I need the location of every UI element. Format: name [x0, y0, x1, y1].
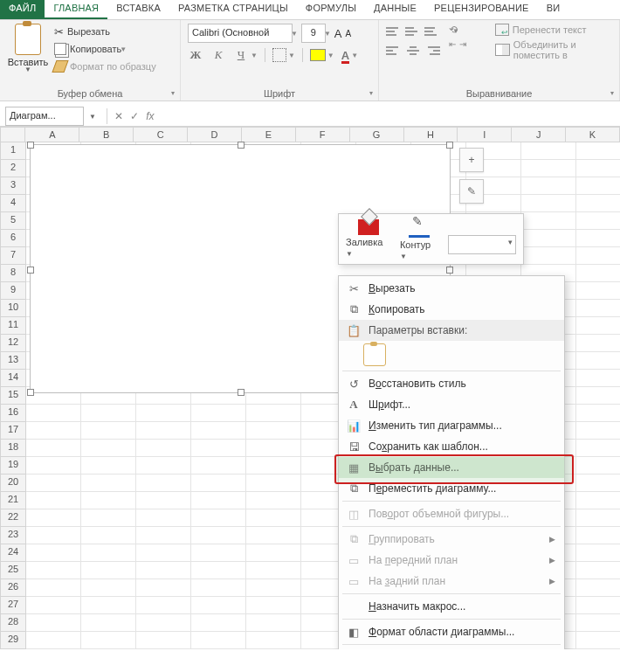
- underline-dropdown-icon[interactable]: ▼: [251, 52, 258, 59]
- cell[interactable]: [81, 614, 136, 632]
- cell[interactable]: [191, 562, 246, 579]
- underline-button[interactable]: Ч: [233, 48, 249, 62]
- chart-styles-button[interactable]: ✎: [459, 179, 484, 204]
- cell[interactable]: [576, 632, 620, 649]
- paste-option-default[interactable]: [363, 343, 386, 366]
- column-header[interactable]: D: [188, 127, 242, 142]
- cell[interactable]: [576, 282, 620, 300]
- cell[interactable]: [576, 317, 620, 335]
- row-header[interactable]: 8: [0, 265, 26, 282]
- cell[interactable]: [191, 422, 246, 440]
- row-header[interactable]: 1: [0, 142, 26, 160]
- cell[interactable]: [521, 212, 576, 230]
- cell[interactable]: [576, 614, 620, 632]
- ctx-reset-style[interactable]: ↺ Восстановить стиль: [339, 373, 564, 394]
- ctx-select-data[interactable]: ▦ Выбрать данные...: [339, 457, 564, 478]
- cell[interactable]: [246, 632, 301, 649]
- cell[interactable]: [246, 440, 301, 457]
- borders-button[interactable]: [272, 48, 286, 62]
- cell[interactable]: [81, 405, 136, 422]
- cell[interactable]: [576, 597, 620, 614]
- cell[interactable]: [26, 509, 81, 527]
- ctx-copy[interactable]: ⧉ Копировать: [339, 299, 564, 320]
- cell[interactable]: [81, 597, 136, 614]
- cell[interactable]: [576, 335, 620, 352]
- column-header[interactable]: I: [458, 127, 512, 142]
- align-top-button[interactable]: [386, 24, 402, 39]
- chart-elements-button[interactable]: +: [459, 148, 484, 172]
- cell[interactable]: [26, 527, 81, 544]
- cell[interactable]: [576, 230, 620, 247]
- cell[interactable]: [576, 457, 620, 475]
- name-box-dropdown-icon[interactable]: ▼: [89, 113, 96, 121]
- cell[interactable]: [521, 160, 576, 177]
- paste-button[interactable]: Вставить ▼: [7, 24, 49, 73]
- cell[interactable]: [191, 579, 246, 597]
- tab-view[interactable]: ВИ: [538, 0, 569, 19]
- cell[interactable]: [521, 247, 576, 265]
- cell[interactable]: [136, 440, 191, 457]
- cell[interactable]: [246, 509, 301, 527]
- row-header[interactable]: 11: [0, 317, 26, 335]
- cell[interactable]: [191, 544, 246, 562]
- cell[interactable]: [576, 370, 620, 387]
- cell[interactable]: [26, 457, 81, 475]
- cell[interactable]: [576, 352, 620, 370]
- cell[interactable]: [136, 475, 191, 492]
- font-name-combo[interactable]: Calibri (Основной: [188, 24, 293, 43]
- cell[interactable]: [81, 509, 136, 527]
- align-right-button[interactable]: [424, 43, 440, 59]
- insert-function-button[interactable]: fx: [142, 110, 158, 122]
- cell[interactable]: [576, 544, 620, 562]
- column-header[interactable]: B: [79, 127, 134, 142]
- cell[interactable]: [576, 177, 620, 195]
- cell[interactable]: [576, 247, 620, 265]
- grow-font-button[interactable]: A: [334, 27, 342, 40]
- cell[interactable]: [136, 632, 191, 649]
- row-header[interactable]: 24: [0, 544, 26, 562]
- row-header[interactable]: 19: [0, 457, 26, 475]
- tab-data[interactable]: ДАННЫЕ: [365, 0, 425, 19]
- row-header[interactable]: 28: [0, 614, 26, 632]
- cell[interactable]: [26, 475, 81, 492]
- row-header[interactable]: 6: [0, 230, 26, 247]
- cell[interactable]: [191, 614, 246, 632]
- cell[interactable]: [81, 562, 136, 579]
- mini-style-combo[interactable]: [448, 235, 516, 254]
- row-header[interactable]: 7: [0, 247, 26, 265]
- cell[interactable]: [26, 632, 81, 649]
- column-header[interactable]: K: [566, 127, 620, 142]
- increase-indent-button[interactable]: ⇥: [459, 39, 466, 49]
- cell[interactable]: [81, 422, 136, 440]
- cell[interactable]: [191, 475, 246, 492]
- cell[interactable]: [521, 142, 576, 160]
- tab-formulas[interactable]: ФОРМУЛЫ: [297, 0, 365, 19]
- paste-dropdown-icon[interactable]: ▼: [24, 66, 31, 73]
- cell[interactable]: [81, 457, 136, 475]
- cell[interactable]: [26, 405, 81, 422]
- row-header[interactable]: 15: [0, 387, 26, 405]
- cell[interactable]: [576, 562, 620, 579]
- row-header[interactable]: 29: [0, 632, 26, 649]
- row-header[interactable]: 22: [0, 509, 26, 527]
- tab-home[interactable]: ГЛАВНАЯ: [45, 0, 107, 19]
- cell[interactable]: [576, 509, 620, 527]
- shrink-font-button[interactable]: A: [346, 29, 352, 38]
- tab-page-layout[interactable]: РАЗМЕТКА СТРАНИЦЫ: [169, 0, 297, 19]
- column-header[interactable]: H: [404, 127, 458, 142]
- cell[interactable]: [246, 457, 301, 475]
- cell[interactable]: [246, 579, 301, 597]
- ctx-cut[interactable]: ✂ Вырезать: [339, 278, 564, 299]
- cell[interactable]: [81, 544, 136, 562]
- row-header[interactable]: 13: [0, 352, 26, 370]
- align-middle-button[interactable]: [405, 24, 421, 39]
- orientation-button[interactable]: ⟲▼: [449, 24, 466, 36]
- cell[interactable]: [521, 177, 576, 195]
- row-header[interactable]: 9: [0, 282, 26, 300]
- italic-button[interactable]: К: [210, 48, 226, 62]
- cell[interactable]: [81, 527, 136, 544]
- row-header[interactable]: 14: [0, 370, 26, 387]
- cell[interactable]: [136, 509, 191, 527]
- name-box[interactable]: Диаграм...: [5, 107, 84, 126]
- cell[interactable]: [576, 440, 620, 457]
